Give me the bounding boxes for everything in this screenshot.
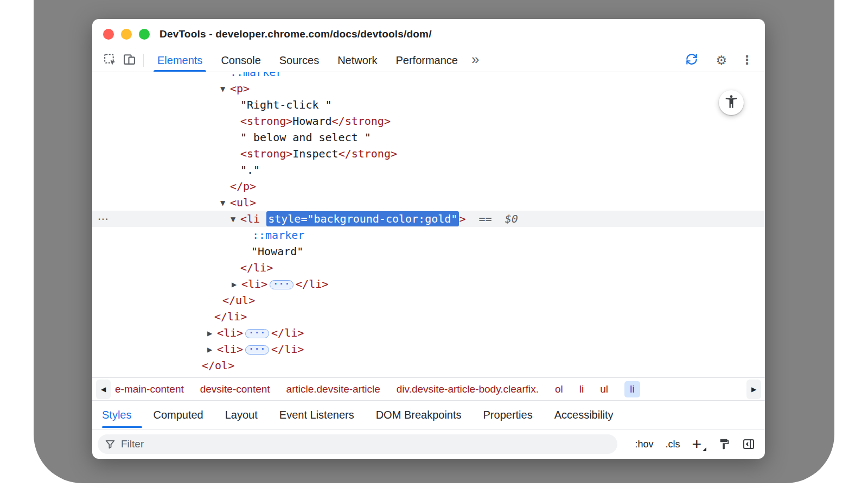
tree-line[interactable]: "." [92,162,765,178]
panel-tab-dom-breakpoints[interactable]: DOM Breakpoints [365,401,473,429]
filter-field[interactable] [98,434,617,454]
element-classes-button[interactable]: .cls [665,439,680,450]
tab-performance[interactable]: Performance [387,49,468,72]
dom-tag: > [459,212,465,225]
dom-tag: <li> [241,277,267,290]
sidebar-tab-strip: StylesComputedLayoutEvent ListenersDOM B… [92,400,765,429]
panel-tab-properties[interactable]: Properties [473,401,544,429]
panel-tab-layout[interactable]: Layout [214,401,269,429]
tree-line[interactable]: ::marker [92,72,765,80]
dom-pseudo-element: ::marker [252,229,304,242]
tab-console[interactable]: Console [212,49,270,72]
dom-tag: </li> [214,310,247,323]
tab-network[interactable]: Network [328,49,386,72]
dom-text: "Howard" [251,245,303,258]
tree-line[interactable]: </li> [92,260,765,276]
dom-tag: </li> [296,277,328,290]
minimize-button[interactable] [121,29,132,40]
breadcrumb-bar: ◀ e-main-contentdevsite-contentarticle.d… [92,377,765,400]
node-ellipsis-button[interactable]: ··· [245,329,269,338]
window-controls [103,29,150,40]
dom-tag: <p> [230,82,250,95]
dom-tag: <li> [217,326,243,339]
breadcrumb-item-li[interactable]: li [624,381,640,397]
collapse-arrow-icon[interactable]: ▼ [231,211,240,227]
tree-line[interactable]: </li> [92,308,765,325]
panel-tab-strip: ElementsConsoleSourcesNetworkPerformance [148,49,467,72]
tab-elements[interactable]: Elements [148,49,212,72]
highlighted-attribute[interactable]: style="background-color:gold" [266,211,459,226]
tab-sources[interactable]: Sources [270,49,328,72]
breadcrumb-item-e-main-content[interactable]: e-main-content [115,383,184,395]
dom-pseudo-element: ::marker [230,72,282,79]
toolbar-right-icons: ⚙ ⋮ [682,49,765,72]
panel-tab-accessibility[interactable]: Accessibility [544,401,624,429]
device-toolbar-button[interactable] [119,49,139,72]
expand-arrow-icon[interactable]: ▶ [207,342,217,358]
toggle-sidebar-icon[interactable] [742,438,755,451]
more-menu-icon[interactable]: ⋮ [741,54,753,66]
tree-line[interactable]: <strong>Howard</strong> [92,113,765,129]
filter-icon [104,438,116,450]
tree-line[interactable]: ▶<li>···</li> [92,276,765,292]
tree-line[interactable]: </p> [92,178,765,194]
close-button[interactable] [103,29,114,40]
panel-tab-event-listeners[interactable]: Event Listeners [269,401,365,429]
dom-tag: </li> [271,326,304,339]
tree-line[interactable]: "Howard" [92,243,765,260]
tree-line[interactable]: ▼<p> [92,80,765,97]
new-style-rule-button[interactable]: + [692,436,706,452]
expand-arrow-icon[interactable]: ▶ [207,325,217,342]
breadcrumb-item-li[interactable]: li [579,383,584,395]
toggle-element-state-button[interactable]: :hov [635,439,653,450]
inspect-element-button[interactable] [100,49,119,72]
dom-tag: </strong> [339,147,397,160]
filter-input[interactable] [121,438,611,450]
breadcrumb-scroll-right-button[interactable]: ▶ [746,380,761,399]
dollar-zero-badge: $0 [505,212,518,225]
node-ellipsis-button[interactable]: ··· [270,280,293,289]
collapse-arrow-icon[interactable]: ▼ [220,195,230,211]
dom-tag: </p> [230,180,256,193]
node-ellipsis-button[interactable]: ··· [245,345,269,355]
breadcrumb-item-ul[interactable]: ul [600,383,608,395]
zoom-button[interactable] [139,29,150,40]
tree-line[interactable]: </ul> [92,292,765,308]
dom-tag: <li [240,212,266,225]
styles-filter-bar: :hov .cls + [92,429,765,459]
tree-line[interactable]: </ol> [92,357,765,374]
panel-tab-computed[interactable]: Computed [142,401,214,429]
breadcrumb-item-ol[interactable]: ol [555,383,563,395]
dom-tag: </ul> [222,294,255,307]
more-tabs-button[interactable]: » [467,49,483,72]
tree-line[interactable]: " below and select " [92,129,765,146]
more-actions-icon[interactable]: ⋯ [98,211,109,227]
dom-tag: </strong> [332,115,391,128]
tree-line[interactable]: ▼<ul> [92,194,765,211]
sync-button[interactable] [682,52,701,68]
tree-line-selected[interactable]: ⋯▼<li style="background-color:gold"> == … [92,211,765,227]
equals-sign: == [465,212,505,225]
dom-tag: </li> [271,343,304,356]
dom-tree: ::marker▼<p>"Right-click "<strong>Howard… [92,72,765,377]
tree-line[interactable]: ::marker [92,227,765,243]
dom-tag: <strong> [240,147,292,160]
dom-tag: </ol> [202,359,234,372]
settings-icon[interactable]: ⚙ [716,54,727,67]
tree-line[interactable]: ▶<li>···</li> [92,325,765,341]
breadcrumb-scroll-left-button[interactable]: ◀ [96,380,111,399]
devtools-window: DevTools - developer.chrome.com/docs/dev… [92,19,765,459]
expand-arrow-icon[interactable]: ▶ [232,276,241,293]
breadcrumb-item-div-devsite-article-body-clearfix[interactable]: div.devsite-article-body.clearfix. [397,383,539,395]
tree-line[interactable]: "Right-click " [92,97,765,113]
main-toolbar: ElementsConsoleSourcesNetworkPerformance… [92,49,765,72]
collapse-arrow-icon[interactable]: ▼ [220,81,230,97]
dom-text: "Right-click " [240,98,332,111]
paint-format-icon[interactable] [718,438,730,450]
tree-line[interactable]: <strong>Inspect</strong> [92,146,765,162]
panel-tab-styles[interactable]: Styles [102,401,142,429]
device-toolbar-icon [123,53,136,68]
breadcrumb-item-article-devsite-article[interactable]: article.devsite-article [286,383,380,395]
tree-line[interactable]: ▶<li>···</li> [92,341,765,357]
breadcrumb-item-devsite-content[interactable]: devsite-content [200,383,270,395]
